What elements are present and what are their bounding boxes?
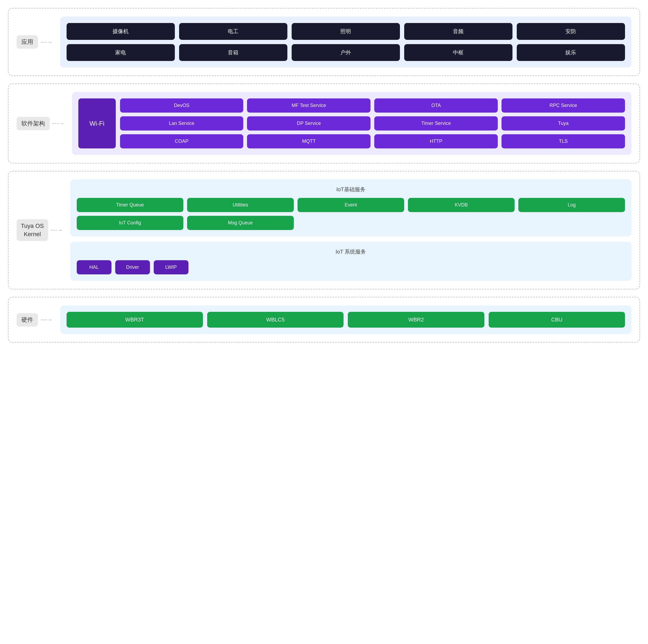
kernel-label: Tuya OS Kernel: [16, 219, 48, 241]
hw-grid: WBR3TWBLC5WBR2CBU: [66, 312, 625, 328]
sw-item: MF Test Service: [247, 98, 371, 113]
app-item: 摄像机: [66, 23, 175, 40]
iot-sys-grid: HALDriverLWIP: [77, 260, 625, 275]
sw-item: Lan Service: [120, 116, 244, 131]
app-item: 娱乐: [517, 44, 625, 61]
iot-basic-item: Timer Queue: [77, 198, 183, 212]
app-grid-container: 摄像机电工照明音频安防家电音箱户外中枢娱乐: [60, 16, 632, 67]
sw-label: 软件架构: [16, 117, 50, 130]
software-layer: 软件架构 - - - → Wi-Fi DevOSMF Test ServiceO…: [8, 84, 640, 163]
app-item: 户外: [292, 44, 400, 61]
iot-basic-title: IoT基础服务: [77, 186, 625, 193]
sw-container: Wi-Fi DevOSMF Test ServiceOTARPC Service…: [72, 92, 632, 155]
iot-basic-row1: Timer QueueUtilitiesEventKVDBLog: [77, 198, 625, 212]
sw-item: DevOS: [120, 98, 244, 113]
app-item: 安防: [517, 23, 625, 40]
iot-sys-item: HAL: [77, 260, 111, 275]
hw-item: CBU: [489, 312, 625, 328]
iot-sys-item: Driver: [115, 260, 150, 275]
hardware-layer: 硬件 - - - → WBR3TWBLC5WBR2CBU: [8, 297, 640, 343]
app-item: 电工: [179, 23, 287, 40]
hw-item: WBR3T: [66, 312, 203, 328]
sw-item: TLS: [501, 134, 625, 148]
app-layer: 应用 - - - → 摄像机电工照明音频安防家电音箱户外中枢娱乐: [8, 8, 640, 76]
sw-item: Timer Service: [374, 116, 498, 131]
app-arrow: - - - →: [41, 39, 52, 45]
app-item: 音频: [404, 23, 512, 40]
app-item: 家电: [66, 44, 175, 61]
sw-item: HTTP: [374, 134, 498, 148]
sw-item: RPC Service: [501, 98, 625, 113]
app-item: 音箱: [179, 44, 287, 61]
iot-basic-item: Event: [298, 198, 404, 212]
iot-basic-item: Msg Queue: [187, 216, 294, 230]
wifi-box: Wi-Fi: [78, 98, 116, 148]
kernel-content: IoT基础服务 Timer QueueUtilitiesEventKVDBLog…: [70, 180, 632, 281]
sw-item: MQTT: [247, 134, 371, 148]
hw-label-group: 硬件 - - - →: [16, 313, 52, 327]
sw-label-group: 软件架构 - - - →: [16, 117, 64, 130]
hw-item: WBLC5: [207, 312, 343, 328]
kernel-layer: Tuya OS Kernel - - - → IoT基础服务 Timer Que…: [8, 171, 640, 289]
app-item: 照明: [292, 23, 400, 40]
iot-basic-item: Log: [518, 198, 625, 212]
iot-basic-item: Utilities: [187, 198, 294, 212]
iot-basic-item: IoT Config: [77, 216, 183, 230]
app-grid: 摄像机电工照明音频安防家电音箱户外中枢娱乐: [66, 23, 625, 61]
sw-item: DP Service: [247, 116, 371, 131]
app-item: 中枢: [404, 44, 512, 61]
app-label-group: 应用 - - - →: [16, 35, 52, 49]
iot-basic-container: IoT基础服务 Timer QueueUtilitiesEventKVDBLog…: [70, 180, 632, 236]
iot-basic-row2: IoT ConfigMsg Queue: [77, 216, 625, 230]
sw-item: COAP: [120, 134, 244, 148]
hw-item: WBR2: [348, 312, 484, 328]
app-label: 应用: [16, 35, 38, 49]
sw-grid: DevOSMF Test ServiceOTARPC ServiceLan Se…: [120, 98, 625, 148]
iot-sys-title: IoT 系统服务: [77, 248, 625, 255]
sw-arrow: - - - →: [52, 120, 64, 127]
sw-item: OTA: [374, 98, 498, 113]
hw-label: 硬件: [16, 313, 38, 327]
kernel-arrow: - - - →: [51, 227, 62, 233]
sw-item: Tuya: [501, 116, 625, 131]
iot-sys-item: LWIP: [154, 260, 188, 275]
kernel-label-group: Tuya OS Kernel - - - →: [16, 219, 62, 241]
hw-grid-container: WBR3TWBLC5WBR2CBU: [60, 305, 632, 334]
iot-basic-item: KVDB: [408, 198, 515, 212]
iot-sys-container: IoT 系统服务 HALDriverLWIP: [70, 242, 632, 281]
hw-arrow: - - - →: [41, 317, 52, 323]
